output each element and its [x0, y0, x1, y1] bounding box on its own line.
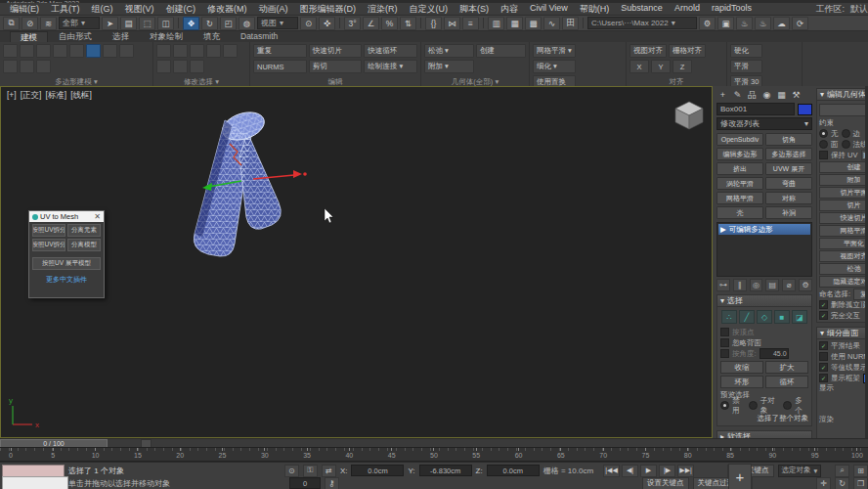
ribbon-edit-button[interactable]: 快速切片	[309, 44, 363, 58]
subobject-level-icon[interactable]: ╱	[739, 310, 755, 324]
ribbon-pin-stack-icon[interactable]	[119, 44, 134, 58]
isoline-display-checkbox[interactable]: ✓	[819, 363, 828, 372]
subobject-level-icon[interactable]: ■	[774, 310, 790, 324]
more-plugins-link[interactable]: 更多中文插件	[29, 275, 104, 285]
current-frame-field[interactable]: 0	[289, 477, 321, 489]
menu-item[interactable]: 动画(A)	[253, 3, 294, 16]
hide-selected-button[interactable]: 隐藏选定对象	[819, 276, 868, 288]
ribbon-align-button[interactable]: 视图对齐	[629, 44, 667, 58]
constraint-face-radio[interactable]	[819, 140, 828, 149]
project-folder-dropdown[interactable]: C:\Users\···\Max 2022▾	[587, 17, 697, 29]
command-panel-tab[interactable]: ⚒	[790, 89, 803, 101]
subobject-level-icon[interactable]: ◪	[792, 310, 807, 324]
preview-subobject-radio[interactable]	[749, 401, 758, 410]
uv-detach-model-button[interactable]: 分离模型	[67, 239, 101, 251]
maximize-viewport-icon[interactable]: ❒	[853, 477, 868, 489]
menu-item[interactable]: 修改器(M)	[201, 3, 253, 16]
modifier-button[interactable]: 补洞	[765, 206, 812, 219]
constraint-none-radio[interactable]	[819, 129, 828, 138]
ribbon-ring-icon[interactable]	[206, 44, 221, 58]
ribbon-shrink-icon[interactable]	[173, 44, 188, 58]
set-key-button[interactable]: 设置关键点	[642, 477, 689, 489]
ribbon-step-mode-icon[interactable]	[190, 60, 204, 73]
uv-split-model-button[interactable]: 按照UV拆分	[32, 239, 65, 251]
object-color-swatch[interactable]	[798, 104, 812, 115]
ribbon-tab[interactable]: 选择	[103, 31, 139, 41]
edit-geometry-button[interactable]: 视图对齐	[819, 250, 868, 262]
ribbon-show-end-result-icon[interactable]	[3, 60, 18, 73]
workspace-value[interactable]: 默认	[850, 3, 868, 16]
bind-to-spacewarp-icon[interactable]: ≋	[40, 17, 57, 30]
command-panel-tab[interactable]: ▦	[775, 89, 788, 101]
toggle-layer-explorer-icon[interactable]: ▦	[506, 17, 523, 30]
ribbon-subdivision-button[interactable]: 细化 ▾	[533, 60, 576, 73]
menu-item[interactable]: Civil View	[524, 3, 574, 16]
open-autodesk-app-icon[interactable]: ⟳	[792, 17, 808, 30]
ignore-backfacing-checkbox[interactable]	[720, 338, 729, 347]
modifier-button[interactable]: 涡轮平滑	[716, 177, 763, 190]
edit-geometry-button[interactable]: 快速切片	[819, 212, 868, 224]
modifier-button[interactable]: UVW 展开	[765, 162, 812, 175]
ribbon-loop-icon[interactable]	[190, 44, 204, 58]
ribbon-loop-mode-icon[interactable]	[223, 44, 238, 58]
uv-split-elements-button[interactable]: 按照UV拆分	[32, 224, 65, 237]
edit-geometry-button[interactable]: 附加	[819, 174, 868, 186]
create-key-big-button[interactable]: +	[728, 464, 752, 489]
ribbon-use-soft-selection-icon[interactable]	[20, 60, 34, 73]
ribbon-properties-button[interactable]: 平滑	[730, 60, 762, 73]
ribbon-group-label[interactable]: 多边形建模 ▾	[3, 77, 150, 86]
selection-filter-dropdown[interactable]: 全部▾	[59, 17, 100, 29]
snaps-toggle-icon[interactable]: 3°	[344, 17, 361, 30]
ribbon-shaded-faces-icon[interactable]	[36, 60, 51, 73]
ribbon-dot-loop-icon[interactable]	[156, 60, 171, 73]
absolute-offset-mode-icon[interactable]: ⇄	[322, 465, 336, 477]
ribbon-group-label[interactable]: 对齐	[629, 77, 723, 86]
uv-dialog-close-icon[interactable]: ✕	[94, 212, 101, 221]
modifier-button[interactable]: 多边形选择	[765, 148, 812, 160]
stack-toolbar-icon[interactable]: ◎	[750, 279, 763, 291]
select-and-rotate-icon[interactable]: ↻	[201, 17, 218, 30]
menu-item[interactable]: 工具(T)	[45, 3, 86, 16]
select-and-link-icon[interactable]: ⧉	[3, 17, 20, 30]
ribbon-border-icon[interactable]	[36, 44, 51, 58]
preview-multi-radio[interactable]	[783, 401, 792, 410]
stack-item-editable-poly[interactable]: ▶ 可编辑多边形	[718, 224, 810, 235]
modifier-button[interactable]: OpenSubdiv	[716, 133, 763, 146]
ribbon-subdivision-button[interactable]: 网格平滑 ▾	[533, 44, 576, 58]
playback-button[interactable]: |▶	[659, 465, 675, 477]
ribbon-grow-icon[interactable]	[156, 44, 171, 58]
menu-item[interactable]: 组(G)	[86, 3, 119, 16]
ribbon-group-label[interactable]: 修改选择 ▾	[156, 77, 246, 86]
stack-toolbar-icon[interactable]: ⚙	[799, 279, 812, 291]
relax-button[interactable]: 松弛	[819, 263, 868, 275]
edit-geometry-button[interactable]: 切片	[819, 200, 868, 211]
by-vertex-checkbox[interactable]	[720, 328, 729, 336]
z-coord-field[interactable]: 0.0cm	[487, 465, 540, 476]
selection-lock-icon[interactable]: ⚿	[303, 465, 318, 477]
ring-button[interactable]: 环形	[720, 376, 763, 388]
constraint-edge-radio[interactable]	[842, 129, 850, 138]
menu-item[interactable]: Substance	[615, 3, 669, 16]
command-panel-tab[interactable]: ◉	[760, 89, 773, 101]
selection-region-icon[interactable]: ⬚	[139, 17, 155, 30]
window-crossing-icon[interactable]: ◫	[157, 17, 174, 30]
ribbon-dot-ring-icon[interactable]	[173, 60, 188, 73]
viewport[interactable]: [+] [正交] [标准] [线框]	[0, 86, 713, 438]
ribbon-tab[interactable]: 建模	[10, 31, 48, 42]
soft-selection-rollout-header[interactable]: ▸软选择	[717, 431, 811, 438]
y-coord-field[interactable]: -6.830cm	[419, 465, 472, 476]
ribbon-properties-button[interactable]: 硬化	[730, 44, 762, 58]
ribbon-edit-button[interactable]: 剪切	[309, 60, 363, 73]
ribbon-geometry-button[interactable]: 创建	[476, 44, 526, 58]
ribbon-tab[interactable]: 填充	[194, 31, 230, 41]
ribbon-geometry-button[interactable]: 附加 ▾	[424, 60, 474, 73]
menu-item[interactable]: 内容	[495, 3, 524, 16]
playback-button[interactable]: ▶	[640, 465, 657, 477]
ribbon-axis-button[interactable]: X	[629, 60, 649, 73]
shrink-button[interactable]: 收缩	[720, 361, 763, 374]
by-angle-checkbox[interactable]	[720, 349, 729, 358]
menu-item[interactable]: rapidTools	[706, 3, 758, 16]
align-icon[interactable]: ≡	[462, 17, 479, 30]
stack-expand-icon[interactable]: ▶	[720, 225, 726, 234]
ribbon-align-button[interactable]: 栅格对齐	[669, 44, 706, 58]
